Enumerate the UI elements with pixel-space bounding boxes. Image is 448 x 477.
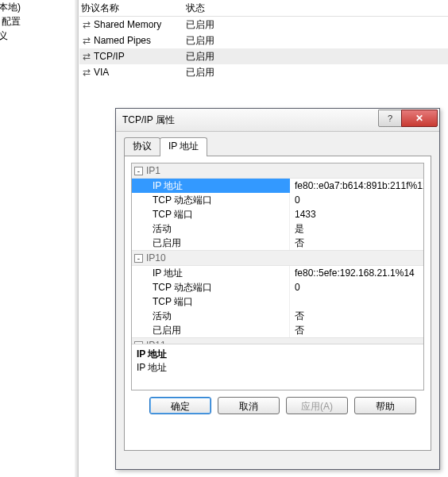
protocol-list: 协议名称 状态 ⇄Shared Memory已启用⇄Named Pipes已启用…: [79, 0, 448, 80]
category-label: IP1: [146, 165, 160, 176]
property-value[interactable]: 否: [290, 236, 423, 250]
property-value[interactable]: 否: [290, 323, 423, 337]
property-label: TCP 端口: [132, 294, 290, 309]
tree-item-label: 本地): [0, 0, 21, 14]
close-button[interactable]: ✕: [401, 110, 438, 127]
protocol-state: 已启用: [184, 33, 448, 48]
list-header: 协议名称 状态: [79, 0, 448, 17]
property-value[interactable]: [290, 294, 423, 309]
protocol-state: 已启用: [184, 48, 448, 64]
property-row[interactable]: IP 地址fe80::e0a7:b614:891b:211f%11: [132, 179, 423, 193]
protocol-icon: ⇄: [81, 64, 92, 80]
help-button[interactable]: 帮助: [354, 397, 416, 414]
dialog-title: TCP/IP 属性: [122, 113, 379, 127]
property-label: TCP 动态端口: [132, 280, 290, 294]
property-label: TCP 端口: [132, 207, 290, 221]
property-row[interactable]: IP 地址fe80::5efe:192.168.21.1%14: [132, 266, 423, 280]
description-body: IP 地址: [137, 361, 419, 375]
protocol-state: 已启用: [184, 64, 448, 80]
ok-button[interactable]: 确定: [149, 397, 211, 414]
property-label: 已启用: [132, 323, 290, 337]
property-row[interactable]: TCP 端口1433: [132, 207, 423, 221]
property-value[interactable]: 否: [290, 309, 423, 323]
property-label: 已启用: [132, 236, 290, 250]
titlebar[interactable]: TCP/IP 属性 ? ✕: [116, 109, 439, 132]
list-item[interactable]: ⇄TCP/IP已启用: [79, 48, 448, 64]
property-label: 活动: [132, 309, 290, 323]
tab-protocol[interactable]: 协议: [124, 137, 160, 156]
tree-item-label: 配置: [2, 14, 21, 29]
property-value[interactable]: 1433: [290, 207, 423, 221]
description-title: IP 地址: [137, 348, 419, 361]
property-row[interactable]: 活动否: [132, 309, 423, 323]
list-item[interactable]: ⇄VIA已启用: [79, 64, 448, 80]
category-label: IP10: [146, 252, 166, 264]
list-item[interactable]: ⇄Shared Memory已启用: [79, 17, 448, 33]
protocol-icon: ⇄: [81, 17, 92, 33]
protocol-icon: ⇄: [81, 48, 92, 64]
protocol-name: Named Pipes: [94, 33, 151, 48]
property-category[interactable]: -IP10: [132, 250, 423, 266]
property-row[interactable]: TCP 端口: [132, 294, 423, 309]
left-tree-fragment: 本地) 配置 义: [2, 19, 21, 43]
splitter[interactable]: [75, 0, 79, 477]
property-category[interactable]: -IP1: [132, 163, 423, 179]
collapse-icon[interactable]: -: [134, 167, 143, 175]
protocol-name: VIA: [94, 64, 109, 80]
tab-ip-address[interactable]: IP 地址: [160, 137, 207, 156]
property-row[interactable]: 已启用否: [132, 323, 423, 337]
property-value[interactable]: 0: [290, 193, 423, 207]
property-description: IP 地址 IP 地址: [132, 344, 423, 390]
help-button[interactable]: ?: [378, 110, 402, 127]
property-label: 活动: [132, 221, 290, 236]
tab-content: -IP1IP 地址fe80::e0a7:b614:891b:211f%11TCP…: [124, 156, 431, 451]
property-grid: -IP1IP 地址fe80::e0a7:b614:891b:211f%11TCP…: [131, 163, 424, 390]
apply-button[interactable]: 应用(A): [286, 397, 348, 414]
col-header-state[interactable]: 状态: [184, 0, 448, 16]
protocol-state: 已启用: [184, 17, 448, 33]
property-row[interactable]: 已启用否: [132, 236, 423, 250]
property-label: TCP 动态端口: [132, 193, 290, 207]
cancel-button[interactable]: 取消: [218, 397, 280, 414]
dialog-buttons: 确定 取消 应用(A) 帮助: [131, 390, 424, 414]
property-value[interactable]: fe80::5efe:192.168.21.1%14: [290, 266, 423, 280]
collapse-icon[interactable]: -: [134, 254, 143, 263]
col-header-name[interactable]: 协议名称: [79, 0, 184, 16]
property-value[interactable]: 0: [290, 280, 423, 294]
property-row[interactable]: TCP 动态端口0: [132, 193, 423, 207]
property-row[interactable]: 活动是: [132, 221, 423, 236]
property-row[interactable]: TCP 动态端口0: [132, 280, 423, 294]
protocol-name: TCP/IP: [94, 48, 125, 64]
protocol-icon: ⇄: [81, 33, 92, 48]
property-grid-scroll[interactable]: -IP1IP 地址fe80::e0a7:b614:891b:211f%11TCP…: [132, 163, 423, 344]
tabstrip: 协议 IP 地址: [124, 138, 431, 156]
property-value[interactable]: fe80::e0a7:b614:891b:211f%11: [290, 179, 423, 193]
property-value[interactable]: 是: [290, 221, 423, 236]
property-category[interactable]: -IP11: [132, 337, 423, 344]
tcpip-properties-dialog: TCP/IP 属性 ? ✕ 协议 IP 地址 -IP1IP 地址fe80::e0…: [115, 108, 440, 470]
property-label: IP 地址: [132, 179, 290, 193]
property-label: IP 地址: [132, 266, 290, 280]
tree-item-label: 义: [0, 29, 21, 43]
list-item[interactable]: ⇄Named Pipes已启用: [79, 33, 448, 48]
protocol-name: Shared Memory: [94, 17, 161, 33]
